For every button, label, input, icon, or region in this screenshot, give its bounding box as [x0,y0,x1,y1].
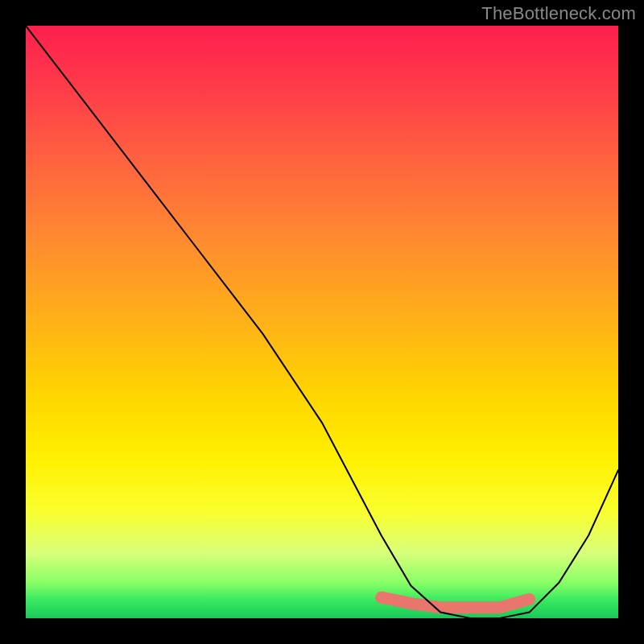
chart-frame: TheBottleneck.com [0,0,644,644]
chart-svg [26,26,618,618]
bottleneck-curve-line [26,26,618,618]
plot-area [26,26,618,618]
watermark-text: TheBottleneck.com [481,3,636,24]
highlight-trough-line [382,597,530,608]
